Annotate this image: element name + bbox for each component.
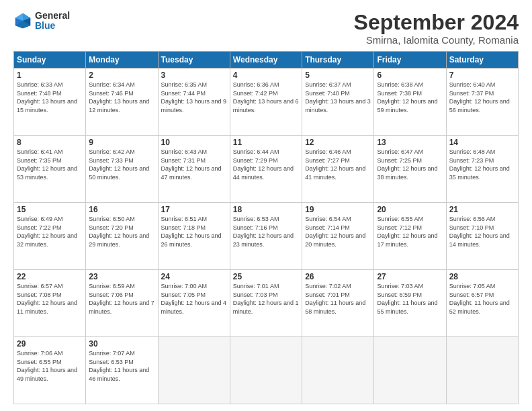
logo-icon bbox=[13, 11, 32, 30]
day-number: 17 bbox=[161, 205, 227, 214]
calendar-cell: 13 Sunrise: 6:47 AMSunset: 7:25 PMDaylig… bbox=[374, 136, 446, 203]
day-info: Sunrise: 6:42 AMSunset: 7:33 PMDaylight:… bbox=[89, 148, 154, 181]
calendar-cell bbox=[302, 337, 374, 404]
calendar-cell: 9 Sunrise: 6:42 AMSunset: 7:33 PMDayligh… bbox=[86, 136, 158, 203]
day-info: Sunrise: 6:44 AMSunset: 7:29 PMDaylight:… bbox=[233, 148, 299, 181]
day-info: Sunrise: 6:43 AMSunset: 7:31 PMDaylight:… bbox=[161, 148, 227, 181]
day-number: 11 bbox=[233, 138, 299, 147]
calendar-cell: 2 Sunrise: 6:34 AMSunset: 7:46 PMDayligh… bbox=[86, 68, 158, 136]
calendar-cell: 28 Sunrise: 7:05 AMSunset: 6:57 PMDaylig… bbox=[446, 270, 518, 337]
calendar-cell bbox=[446, 337, 518, 404]
day-info: Sunrise: 6:40 AMSunset: 7:37 PMDaylight:… bbox=[449, 81, 515, 114]
calendar-cell: 25 Sunrise: 7:01 AMSunset: 7:03 PMDaylig… bbox=[230, 270, 302, 337]
day-number: 14 bbox=[449, 138, 515, 147]
day-number: 8 bbox=[17, 138, 83, 147]
day-number: 2 bbox=[89, 71, 154, 80]
logo: General Blue bbox=[13, 11, 70, 32]
page: General Blue September 2024 Smirna, Ialo… bbox=[0, 0, 532, 411]
calendar-cell: 23 Sunrise: 6:59 AMSunset: 7:06 PMDaylig… bbox=[86, 270, 158, 337]
calendar-cell: 1 Sunrise: 6:33 AMSunset: 7:48 PMDayligh… bbox=[14, 68, 86, 136]
day-number: 27 bbox=[377, 272, 443, 281]
week-row-3: 22 Sunrise: 6:57 AMSunset: 7:08 PMDaylig… bbox=[14, 270, 519, 337]
day-info: Sunrise: 6:54 AMSunset: 7:14 PMDaylight:… bbox=[305, 215, 371, 248]
col-wednesday: Wednesday bbox=[230, 52, 302, 68]
calendar-cell: 6 Sunrise: 6:38 AMSunset: 7:38 PMDayligh… bbox=[374, 68, 446, 136]
calendar-cell: 14 Sunrise: 6:48 AMSunset: 7:23 PMDaylig… bbox=[446, 136, 518, 203]
day-number: 3 bbox=[161, 71, 227, 80]
day-info: Sunrise: 6:37 AMSunset: 7:40 PMDaylight:… bbox=[305, 81, 371, 114]
col-thursday: Thursday bbox=[302, 52, 374, 68]
day-info: Sunrise: 6:41 AMSunset: 7:35 PMDaylight:… bbox=[17, 148, 83, 181]
day-info: Sunrise: 6:36 AMSunset: 7:42 PMDaylight:… bbox=[233, 81, 299, 114]
calendar-cell: 19 Sunrise: 6:54 AMSunset: 7:14 PMDaylig… bbox=[302, 203, 374, 270]
calendar-cell: 7 Sunrise: 6:40 AMSunset: 7:37 PMDayligh… bbox=[446, 68, 518, 136]
day-number: 30 bbox=[89, 339, 154, 349]
day-number: 24 bbox=[161, 272, 227, 281]
day-number: 23 bbox=[89, 272, 154, 281]
calendar-cell: 8 Sunrise: 6:41 AMSunset: 7:35 PMDayligh… bbox=[14, 136, 86, 203]
day-number: 9 bbox=[89, 138, 154, 147]
calendar-cell: 12 Sunrise: 6:46 AMSunset: 7:27 PMDaylig… bbox=[302, 136, 374, 203]
calendar-cell bbox=[158, 337, 230, 404]
day-info: Sunrise: 6:50 AMSunset: 7:20 PMDaylight:… bbox=[89, 215, 154, 248]
day-number: 16 bbox=[89, 205, 154, 214]
day-number: 29 bbox=[17, 339, 83, 349]
col-tuesday: Tuesday bbox=[158, 52, 230, 68]
day-info: Sunrise: 7:00 AMSunset: 7:05 PMDaylight:… bbox=[161, 282, 227, 316]
calendar-header-row: Sunday Monday Tuesday Wednesday Thursday… bbox=[14, 52, 519, 68]
day-info: Sunrise: 7:01 AMSunset: 7:03 PMDaylight:… bbox=[233, 282, 299, 316]
calendar-cell: 21 Sunrise: 6:56 AMSunset: 7:10 PMDaylig… bbox=[446, 203, 518, 270]
calendar-cell: 20 Sunrise: 6:55 AMSunset: 7:12 PMDaylig… bbox=[374, 203, 446, 270]
week-row-0: 1 Sunrise: 6:33 AMSunset: 7:48 PMDayligh… bbox=[14, 68, 519, 136]
calendar-cell: 11 Sunrise: 6:44 AMSunset: 7:29 PMDaylig… bbox=[230, 136, 302, 203]
calendar-cell: 10 Sunrise: 6:43 AMSunset: 7:31 PMDaylig… bbox=[158, 136, 230, 203]
day-info: Sunrise: 7:02 AMSunset: 7:01 PMDaylight:… bbox=[305, 282, 371, 316]
week-row-2: 15 Sunrise: 6:49 AMSunset: 7:22 PMDaylig… bbox=[14, 203, 519, 270]
day-number: 7 bbox=[449, 71, 515, 80]
day-info: Sunrise: 6:48 AMSunset: 7:23 PMDaylight:… bbox=[449, 148, 515, 181]
calendar-cell: 4 Sunrise: 6:36 AMSunset: 7:42 PMDayligh… bbox=[230, 68, 302, 136]
calendar-cell: 30 Sunrise: 7:07 AMSunset: 6:53 PMDaylig… bbox=[86, 337, 158, 404]
day-info: Sunrise: 6:46 AMSunset: 7:27 PMDaylight:… bbox=[305, 148, 371, 181]
location-subtitle: Smirna, Ialomita County, Romania bbox=[354, 34, 519, 46]
calendar-cell: 5 Sunrise: 6:37 AMSunset: 7:40 PMDayligh… bbox=[302, 68, 374, 136]
day-info: Sunrise: 6:53 AMSunset: 7:16 PMDaylight:… bbox=[233, 215, 299, 248]
day-info: Sunrise: 6:55 AMSunset: 7:12 PMDaylight:… bbox=[377, 215, 443, 248]
day-info: Sunrise: 6:38 AMSunset: 7:38 PMDaylight:… bbox=[377, 81, 443, 114]
col-monday: Monday bbox=[86, 52, 158, 68]
calendar-cell: 26 Sunrise: 7:02 AMSunset: 7:01 PMDaylig… bbox=[302, 270, 374, 337]
week-row-4: 29 Sunrise: 7:06 AMSunset: 6:55 PMDaylig… bbox=[14, 337, 519, 404]
day-number: 5 bbox=[305, 71, 371, 80]
logo-blue-text: Blue bbox=[35, 21, 70, 31]
calendar-cell: 29 Sunrise: 7:06 AMSunset: 6:55 PMDaylig… bbox=[14, 337, 86, 404]
col-sunday: Sunday bbox=[14, 52, 86, 68]
day-info: Sunrise: 7:03 AMSunset: 6:59 PMDaylight:… bbox=[377, 282, 443, 316]
day-number: 22 bbox=[17, 272, 83, 281]
month-title: September 2024 bbox=[354, 11, 519, 34]
calendar-cell: 24 Sunrise: 7:00 AMSunset: 7:05 PMDaylig… bbox=[158, 270, 230, 337]
day-number: 6 bbox=[377, 71, 443, 80]
day-info: Sunrise: 6:47 AMSunset: 7:25 PMDaylight:… bbox=[377, 148, 443, 181]
day-info: Sunrise: 6:49 AMSunset: 7:22 PMDaylight:… bbox=[17, 215, 83, 248]
week-row-1: 8 Sunrise: 6:41 AMSunset: 7:35 PMDayligh… bbox=[14, 136, 519, 203]
day-number: 10 bbox=[161, 138, 227, 147]
day-info: Sunrise: 6:34 AMSunset: 7:46 PMDaylight:… bbox=[89, 81, 154, 114]
calendar-cell: 27 Sunrise: 7:03 AMSunset: 6:59 PMDaylig… bbox=[374, 270, 446, 337]
day-info: Sunrise: 6:56 AMSunset: 7:10 PMDaylight:… bbox=[449, 215, 515, 248]
day-info: Sunrise: 7:06 AMSunset: 6:55 PMDaylight:… bbox=[17, 349, 83, 383]
day-info: Sunrise: 7:05 AMSunset: 6:57 PMDaylight:… bbox=[449, 282, 515, 316]
day-number: 4 bbox=[233, 71, 299, 80]
calendar-cell: 22 Sunrise: 6:57 AMSunset: 7:08 PMDaylig… bbox=[14, 270, 86, 337]
day-info: Sunrise: 7:07 AMSunset: 6:53 PMDaylight:… bbox=[89, 349, 154, 383]
day-info: Sunrise: 6:51 AMSunset: 7:18 PMDaylight:… bbox=[161, 215, 227, 248]
calendar-table: Sunday Monday Tuesday Wednesday Thursday… bbox=[13, 51, 519, 404]
day-number: 26 bbox=[305, 272, 371, 281]
day-number: 13 bbox=[377, 138, 443, 147]
day-info: Sunrise: 6:35 AMSunset: 7:44 PMDaylight:… bbox=[161, 81, 227, 114]
day-info: Sunrise: 6:57 AMSunset: 7:08 PMDaylight:… bbox=[17, 282, 83, 316]
title-block: September 2024 Smirna, Ialomita County, … bbox=[354, 11, 519, 46]
day-number: 20 bbox=[377, 205, 443, 214]
col-saturday: Saturday bbox=[446, 52, 518, 68]
logo-text: General Blue bbox=[35, 11, 70, 32]
col-friday: Friday bbox=[374, 52, 446, 68]
